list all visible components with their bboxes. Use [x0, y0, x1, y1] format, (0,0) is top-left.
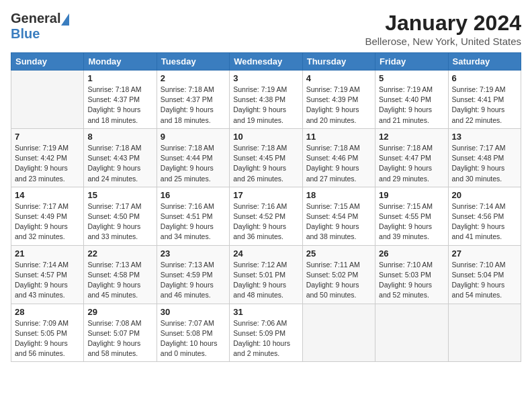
day-info: Sunrise: 7:19 AM Sunset: 4:38 PM Dayligh… — [233, 85, 298, 126]
day-number: 30 — [161, 307, 226, 317]
day-info: Sunrise: 7:13 AM Sunset: 4:59 PM Dayligh… — [161, 260, 226, 301]
day-info: Sunrise: 7:18 AM Sunset: 4:44 PM Dayligh… — [161, 143, 226, 184]
day-info: Sunrise: 7:06 AM Sunset: 5:09 PM Dayligh… — [233, 318, 298, 359]
day-number: 6 — [452, 73, 517, 83]
calendar-cell: 7Sunrise: 7:19 AM Sunset: 4:42 PM Daylig… — [11, 128, 84, 187]
calendar-cell: 22Sunrise: 7:13 AM Sunset: 4:58 PM Dayli… — [84, 245, 157, 304]
calendar-week-5: 28Sunrise: 7:09 AM Sunset: 5:05 PM Dayli… — [11, 304, 521, 362]
calendar-cell: 29Sunrise: 7:08 AM Sunset: 5:07 PM Dayli… — [84, 304, 157, 362]
calendar-cell: 27Sunrise: 7:10 AM Sunset: 5:04 PM Dayli… — [448, 245, 521, 304]
day-number: 2 — [161, 73, 226, 83]
day-number: 21 — [15, 248, 80, 259]
day-info: Sunrise: 7:18 AM Sunset: 4:47 PM Dayligh… — [379, 143, 444, 184]
page-header: General Blue January 2024 Bellerose, New… — [11, 11, 521, 47]
calendar-cell: 30Sunrise: 7:07 AM Sunset: 5:08 PM Dayli… — [157, 304, 229, 362]
calendar-cell — [375, 304, 448, 362]
calendar-cell: 4Sunrise: 7:19 AM Sunset: 4:39 PM Daylig… — [302, 71, 375, 129]
month-title: January 2024 — [365, 11, 521, 36]
day-info: Sunrise: 7:08 AM Sunset: 5:07 PM Dayligh… — [87, 318, 152, 359]
day-info: Sunrise: 7:14 AM Sunset: 4:57 PM Dayligh… — [15, 260, 80, 301]
day-info: Sunrise: 7:15 AM Sunset: 4:54 PM Dayligh… — [306, 201, 371, 242]
day-number: 1 — [87, 73, 152, 83]
day-info: Sunrise: 7:18 AM Sunset: 4:37 PM Dayligh… — [161, 85, 226, 126]
day-number: 12 — [379, 132, 444, 142]
day-number: 3 — [233, 73, 298, 83]
day-info: Sunrise: 7:10 AM Sunset: 5:04 PM Dayligh… — [452, 260, 517, 301]
calendar-cell: 18Sunrise: 7:15 AM Sunset: 4:54 PM Dayli… — [302, 187, 375, 245]
day-info: Sunrise: 7:18 AM Sunset: 4:46 PM Dayligh… — [306, 143, 371, 184]
header-day-saturday: Saturday — [448, 53, 521, 71]
calendar-cell: 12Sunrise: 7:18 AM Sunset: 4:47 PM Dayli… — [375, 128, 448, 187]
calendar-header: SundayMondayTuesdayWednesdayThursdayFrid… — [11, 53, 521, 71]
header-day-monday: Monday — [84, 53, 157, 71]
calendar-cell: 28Sunrise: 7:09 AM Sunset: 5:05 PM Dayli… — [11, 304, 84, 362]
calendar-cell: 3Sunrise: 7:19 AM Sunset: 4:38 PM Daylig… — [230, 71, 302, 129]
day-info: Sunrise: 7:19 AM Sunset: 4:39 PM Dayligh… — [306, 85, 371, 126]
day-info: Sunrise: 7:19 AM Sunset: 4:41 PM Dayligh… — [452, 85, 517, 126]
header-day-tuesday: Tuesday — [157, 53, 229, 71]
day-info: Sunrise: 7:16 AM Sunset: 4:52 PM Dayligh… — [233, 201, 298, 242]
day-info: Sunrise: 7:13 AM Sunset: 4:58 PM Dayligh… — [87, 260, 152, 301]
day-number: 20 — [452, 190, 517, 200]
day-number: 7 — [15, 132, 80, 142]
calendar-cell: 8Sunrise: 7:18 AM Sunset: 4:43 PM Daylig… — [84, 128, 157, 187]
calendar-cell: 23Sunrise: 7:13 AM Sunset: 4:59 PM Dayli… — [157, 245, 229, 304]
header-day-thursday: Thursday — [302, 53, 375, 71]
calendar-cell: 5Sunrise: 7:19 AM Sunset: 4:40 PM Daylig… — [375, 71, 448, 129]
day-info: Sunrise: 7:17 AM Sunset: 4:49 PM Dayligh… — [15, 201, 80, 242]
header-day-wednesday: Wednesday — [230, 53, 302, 71]
calendar-cell: 26Sunrise: 7:10 AM Sunset: 5:03 PM Dayli… — [375, 245, 448, 304]
day-info: Sunrise: 7:18 AM Sunset: 4:37 PM Dayligh… — [87, 85, 152, 126]
day-info: Sunrise: 7:16 AM Sunset: 4:51 PM Dayligh… — [161, 201, 226, 242]
day-info: Sunrise: 7:19 AM Sunset: 4:42 PM Dayligh… — [15, 143, 80, 184]
calendar-cell: 11Sunrise: 7:18 AM Sunset: 4:46 PM Dayli… — [302, 128, 375, 187]
day-number: 27 — [452, 248, 517, 259]
day-number: 31 — [233, 307, 298, 317]
calendar-cell: 6Sunrise: 7:19 AM Sunset: 4:41 PM Daylig… — [448, 71, 521, 129]
day-number: 16 — [161, 190, 226, 200]
calendar-cell: 15Sunrise: 7:17 AM Sunset: 4:50 PM Dayli… — [84, 187, 157, 245]
header-row: SundayMondayTuesdayWednesdayThursdayFrid… — [11, 53, 521, 71]
day-number: 23 — [161, 248, 226, 259]
title-block: January 2024 Bellerose, New York, United… — [365, 11, 521, 47]
day-info: Sunrise: 7:14 AM Sunset: 4:56 PM Dayligh… — [452, 201, 517, 242]
calendar-cell: 19Sunrise: 7:15 AM Sunset: 4:55 PM Dayli… — [375, 187, 448, 245]
logo: General Blue — [11, 11, 69, 42]
day-number: 15 — [87, 190, 152, 200]
day-number: 5 — [379, 73, 444, 83]
day-number: 14 — [15, 190, 80, 200]
calendar-cell — [448, 304, 521, 362]
header-day-sunday: Sunday — [11, 53, 84, 71]
calendar-week-2: 7Sunrise: 7:19 AM Sunset: 4:42 PM Daylig… — [11, 128, 521, 187]
calendar-week-1: 1Sunrise: 7:18 AM Sunset: 4:37 PM Daylig… — [11, 71, 521, 129]
day-number: 25 — [306, 248, 371, 259]
calendar-cell: 24Sunrise: 7:12 AM Sunset: 5:01 PM Dayli… — [230, 245, 302, 304]
day-number: 10 — [233, 132, 298, 142]
day-info: Sunrise: 7:15 AM Sunset: 4:55 PM Dayligh… — [379, 201, 444, 242]
day-info: Sunrise: 7:19 AM Sunset: 4:40 PM Dayligh… — [379, 85, 444, 126]
calendar-table: SundayMondayTuesdayWednesdayThursdayFrid… — [11, 52, 521, 362]
calendar-body: 1Sunrise: 7:18 AM Sunset: 4:37 PM Daylig… — [11, 71, 521, 362]
calendar-cell: 14Sunrise: 7:17 AM Sunset: 4:49 PM Dayli… — [11, 187, 84, 245]
calendar-week-4: 21Sunrise: 7:14 AM Sunset: 4:57 PM Dayli… — [11, 245, 521, 304]
calendar-cell — [302, 304, 375, 362]
logo-blue-text: Blue — [11, 26, 40, 42]
calendar-cell: 25Sunrise: 7:11 AM Sunset: 5:02 PM Dayli… — [302, 245, 375, 304]
calendar-cell: 20Sunrise: 7:14 AM Sunset: 4:56 PM Dayli… — [448, 187, 521, 245]
calendar-cell: 1Sunrise: 7:18 AM Sunset: 4:37 PM Daylig… — [84, 71, 157, 129]
day-info: Sunrise: 7:11 AM Sunset: 5:02 PM Dayligh… — [306, 260, 371, 301]
calendar-cell: 21Sunrise: 7:14 AM Sunset: 4:57 PM Dayli… — [11, 245, 84, 304]
day-number: 24 — [233, 248, 298, 259]
day-number: 11 — [306, 132, 371, 142]
calendar-cell: 31Sunrise: 7:06 AM Sunset: 5:09 PM Dayli… — [230, 304, 302, 362]
day-info: Sunrise: 7:18 AM Sunset: 4:45 PM Dayligh… — [233, 143, 298, 184]
day-number: 28 — [15, 307, 80, 317]
day-number: 26 — [379, 248, 444, 259]
calendar-cell: 16Sunrise: 7:16 AM Sunset: 4:51 PM Dayli… — [157, 187, 229, 245]
day-info: Sunrise: 7:18 AM Sunset: 4:43 PM Dayligh… — [87, 143, 152, 184]
day-info: Sunrise: 7:09 AM Sunset: 5:05 PM Dayligh… — [15, 318, 80, 359]
calendar-week-3: 14Sunrise: 7:17 AM Sunset: 4:49 PM Dayli… — [11, 187, 521, 245]
logo-general-text: General — [11, 11, 60, 26]
calendar-cell: 9Sunrise: 7:18 AM Sunset: 4:44 PM Daylig… — [157, 128, 229, 187]
location-text: Bellerose, New York, United States — [365, 36, 521, 47]
